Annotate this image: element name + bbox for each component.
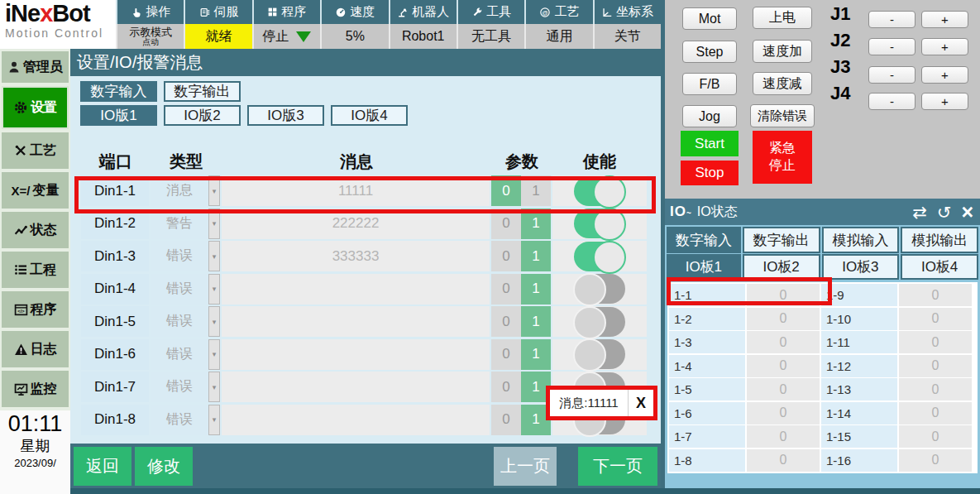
dropdown-arrow-icon[interactable]: ▾: [208, 241, 220, 271]
sidebar-item-log[interactable]: 日志: [2, 331, 69, 367]
dropdown-arrow-icon[interactable]: ▾: [208, 372, 220, 402]
sidebar-item-variables[interactable]: X=/ 变量: [2, 172, 69, 209]
io-tab-digital-input[interactable]: 数字输入: [667, 227, 741, 253]
dropdown-arrow-icon[interactable]: ▾: [208, 209, 220, 239]
fb-button[interactable]: F/B: [682, 73, 737, 95]
type-select[interactable]: 错误▾: [151, 339, 220, 370]
enable-toggle[interactable]: [574, 176, 625, 206]
tab-io-board-1[interactable]: IO版1: [80, 105, 157, 126]
step-button[interactable]: Step: [682, 41, 737, 63]
sidebar-item-program[interactable]: </> 程序: [2, 291, 69, 328]
speed-up-button[interactable]: 速度加: [753, 40, 812, 63]
prev-page-button[interactable]: 上一页: [494, 447, 557, 486]
swap-arrows-icon[interactable]: ⇄: [912, 204, 927, 221]
dropdown-arrow-icon[interactable]: ▾: [208, 274, 220, 305]
tab-digital-output[interactable]: 数字输出: [164, 81, 241, 102]
type-select[interactable]: 警告▾: [151, 209, 220, 239]
enable-toggle[interactable]: [574, 242, 625, 271]
mot-button[interactable]: Mot: [682, 7, 737, 30]
io-tab-analog-input[interactable]: 模拟输入: [822, 227, 900, 253]
dropdown-arrow-icon[interactable]: ▾: [208, 339, 220, 370]
tab-coordinate[interactable]: 坐标系: [593, 0, 661, 24]
speed-down-button[interactable]: 速度减: [753, 72, 812, 95]
type-select[interactable]: 错误▾: [151, 274, 220, 305]
undo-icon[interactable]: ↺: [937, 204, 952, 221]
sidebar-item-project[interactable]: 工程: [2, 252, 69, 288]
j3-plus-button[interactable]: +: [921, 66, 968, 84]
clear-error-button[interactable]: 清除错误: [750, 104, 815, 127]
param-1-cell[interactable]: 1: [521, 306, 551, 337]
j2-plus-button[interactable]: +: [921, 38, 968, 55]
tab-program[interactable]: 程序: [252, 0, 320, 24]
close-icon[interactable]: ×: [961, 202, 973, 223]
start-button[interactable]: Start: [681, 131, 739, 156]
sidebar-item-admin[interactable]: 管理员: [2, 51, 69, 83]
message-input[interactable]: [222, 405, 490, 435]
enable-toggle[interactable]: [574, 274, 625, 304]
j2-minus-button[interactable]: -: [868, 38, 915, 55]
param-0-cell[interactable]: 0: [491, 209, 521, 239]
j1-minus-button[interactable]: -: [868, 11, 915, 28]
param-1-cell[interactable]: 1: [521, 274, 551, 305]
message-input[interactable]: 333333: [222, 241, 490, 271]
message-input[interactable]: 11111: [222, 175, 490, 206]
j3-minus-button[interactable]: -: [868, 66, 915, 84]
dropdown-arrow-icon[interactable]: ▾: [208, 405, 220, 435]
sidebar-item-monitor[interactable]: 监控: [2, 371, 69, 407]
stop-button[interactable]: Stop: [681, 161, 739, 185]
back-button[interactable]: 返回: [74, 447, 131, 486]
tab-robot[interactable]: 机器人: [389, 0, 457, 24]
message-input[interactable]: 222222: [222, 209, 490, 239]
param-0-cell[interactable]: 0: [491, 175, 521, 206]
dropdown-arrow-icon[interactable]: ▾: [208, 175, 220, 206]
message-input[interactable]: [222, 372, 490, 402]
status-speed-value[interactable]: 5%: [320, 24, 388, 49]
io-tab-board-1[interactable]: IO板1: [667, 254, 741, 280]
tooltip-close-button[interactable]: X: [629, 395, 653, 412]
enable-toggle[interactable]: [574, 209, 625, 238]
jog-button[interactable]: Jog: [682, 105, 737, 127]
power-on-button[interactable]: 上电: [753, 7, 812, 29]
tab-io-board-3[interactable]: IO版3: [247, 105, 324, 126]
tab-servo[interactable]: 伺服: [184, 0, 251, 24]
status-mode[interactable]: 示教模式 点动: [116, 24, 184, 49]
param-1-cell[interactable]: 1: [521, 209, 551, 239]
message-input[interactable]: [222, 274, 490, 305]
type-select[interactable]: 错误▾: [151, 241, 220, 271]
sidebar-item-status[interactable]: 状态: [2, 212, 69, 248]
param-0-cell[interactable]: 0: [491, 241, 521, 271]
param-1-cell[interactable]: 1: [521, 175, 551, 206]
io-tab-board-4[interactable]: IO板4: [901, 254, 978, 280]
enable-toggle[interactable]: [574, 339, 625, 369]
tab-process[interactable]: @ 工艺: [524, 0, 592, 24]
j4-minus-button[interactable]: -: [868, 93, 915, 110]
param-0-cell[interactable]: 0: [491, 339, 521, 370]
j1-plus-button[interactable]: +: [921, 11, 968, 28]
io-tab-board-2[interactable]: IO板2: [743, 254, 820, 280]
status-ready-badge[interactable]: 就绪: [184, 24, 251, 49]
io-tab-digital-output[interactable]: 数字输出: [743, 227, 820, 253]
status-coord-name[interactable]: 关节: [593, 24, 661, 49]
message-input[interactable]: [222, 306, 490, 337]
emergency-stop-button[interactable]: 紧急 停止: [753, 131, 812, 184]
param-0-cell[interactable]: 0: [491, 372, 521, 402]
tab-io-board-2[interactable]: IO版2: [164, 105, 241, 126]
dropdown-arrow-icon[interactable]: ▾: [208, 306, 220, 337]
type-select[interactable]: 错误▾: [151, 405, 220, 435]
tab-operation[interactable]: 操作: [116, 0, 184, 24]
j4-plus-button[interactable]: +: [921, 93, 968, 110]
status-process-name[interactable]: 通用: [524, 24, 592, 49]
type-select[interactable]: 错误▾: [151, 372, 220, 402]
modify-button[interactable]: 修改: [135, 447, 193, 486]
status-robot-name[interactable]: Robot1: [389, 24, 457, 49]
param-0-cell[interactable]: 0: [491, 405, 521, 435]
sidebar-item-process[interactable]: 工艺: [2, 132, 69, 169]
type-select[interactable]: 消息▾: [151, 175, 220, 206]
message-input[interactable]: [222, 339, 490, 370]
io-tab-analog-output[interactable]: 模拟输出: [901, 227, 978, 253]
param-0-cell[interactable]: 0: [491, 306, 521, 337]
tab-digital-input[interactable]: 数字输入: [80, 81, 157, 102]
tab-tool[interactable]: 工具: [457, 0, 524, 24]
param-1-cell[interactable]: 1: [521, 241, 551, 271]
param-1-cell[interactable]: 1: [521, 339, 551, 370]
